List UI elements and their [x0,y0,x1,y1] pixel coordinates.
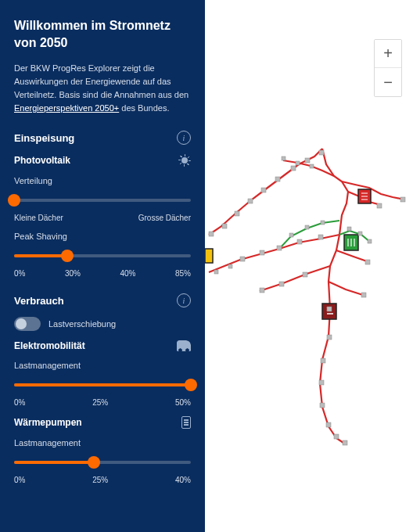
heatpump-sublabel: Lastmanagement [14,438,191,448]
app: + − Willkommen im Stromnetz von 2050 Der… [0,0,413,532]
svg-rect-25 [334,434,339,439]
svg-rect-38 [305,225,309,229]
loadshift-label: Lastverschiebung [48,319,116,329]
distribution-label: Verteilung [14,176,191,185]
svg-rect-13 [260,250,264,255]
svg-rect-30 [327,335,332,340]
tick: 25% [92,476,108,484]
svg-rect-12 [240,257,245,261]
emobility-heading: Elektromobilität [14,340,85,351]
svg-rect-19 [303,272,307,277]
intro-part2: des Bundes. [119,103,169,113]
loadshift-toggle[interactable] [14,317,41,331]
zoom-in-button[interactable]: + [375,40,401,68]
svg-rect-18 [279,282,284,286]
svg-rect-33 [228,264,232,268]
tick: 25% [92,398,108,407]
svg-rect-2 [235,211,239,216]
svg-rect-37 [289,233,293,237]
emobility-ticks: 0% 25% 50% [14,398,191,407]
svg-rect-34 [368,239,372,243]
sidebar: Willkommen im Stromnetz von 2050 Der BKW… [0,0,205,532]
svg-rect-9 [282,156,286,160]
svg-rect-24 [343,440,347,445]
svg-rect-35 [358,232,362,235]
svg-rect-16 [318,235,323,239]
svg-rect-17 [260,288,264,293]
tick: 85% [175,269,191,278]
svg-rect-20 [365,260,370,264]
svg-rect-3 [248,199,253,203]
tick: 40% [120,269,135,278]
svg-rect-36 [347,227,351,231]
consumption-heading: Verbrauch [14,295,64,307]
heatpump-icon [181,416,191,429]
info-icon[interactable]: i [177,131,191,145]
svg-rect-6 [291,166,296,171]
tick: 0% [14,398,25,407]
svg-rect-26 [326,422,331,427]
emobility-slider[interactable] [14,378,191,392]
svg-rect-21 [361,293,366,297]
svg-rect-1 [222,224,227,228]
zoom-out-button[interactable]: − [375,68,401,96]
car-icon [177,340,191,351]
distribution-slider[interactable] [14,193,191,207]
intro-text: Der BKW ProgRes Explorer zeigt die Auswi… [14,62,191,115]
peakshaving-ticks: 0% 30% 40% 85% [14,269,191,278]
tick: 0% [14,269,25,278]
edges-overload [209,149,404,444]
peakshaving-label: Peak Shaving [14,232,191,241]
tick-left: Kleine Dächer [14,214,63,222]
sun-icon [178,154,191,167]
info-icon[interactable]: i [177,293,191,307]
tick-right: Grosse Dächer [138,214,191,222]
svg-rect-14 [277,246,282,250]
svg-rect-10 [296,161,300,165]
svg-rect-27 [320,403,325,408]
page-title: Willkommen im Stromnetz von 2050 [14,17,191,51]
heatpump-heading: Wärmepumpen [14,417,82,428]
tick: 30% [65,269,81,278]
svg-rect-0 [209,232,214,236]
svg-rect-11 [310,164,314,168]
zoom-controls: + − [374,39,402,97]
svg-rect-7 [305,158,310,163]
heatpump-ticks: 0% 25% 40% [14,476,191,484]
heatpump-slider[interactable] [14,455,191,469]
svg-rect-5 [275,177,280,182]
svg-rect-15 [297,239,302,244]
emobility-sublabel: Lastmanagement [14,361,191,370]
svg-rect-8 [319,150,324,155]
tick: 0% [14,476,25,484]
intro-link[interactable]: Energieperspektiven 2050+ [14,103,119,113]
svg-rect-23 [400,197,405,202]
svg-rect-4 [261,188,266,192]
intro-part1: Der BKW ProgRes Explorer zeigt die Auswi… [14,63,189,99]
svg-rect-32 [214,270,218,274]
tick: 50% [175,398,191,407]
feedin-heading: Einspeisung [14,132,74,144]
pv-heading: Photovoltaik [14,155,70,166]
svg-rect-29 [321,358,325,363]
nodes [209,150,405,445]
svg-rect-39 [321,221,325,225]
svg-rect-28 [319,380,324,385]
svg-rect-22 [377,203,382,208]
svg-rect-31 [327,307,332,311]
tick: 40% [175,476,191,484]
marker-yellow [205,249,213,263]
peakshaving-slider[interactable] [14,249,191,263]
distribution-ticks: Kleine Dächer Grosse Dächer [14,214,191,222]
